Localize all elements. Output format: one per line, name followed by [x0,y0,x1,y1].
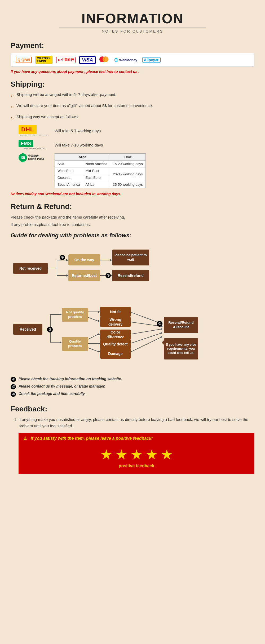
svg-line-40 [130,333,162,344]
svg-marker-37 [161,325,163,327]
china-bank-logo: ⊕ 中国银行 [56,57,76,63]
svg-marker-25 [98,311,100,313]
damage-box: Damage [100,349,131,359]
shipping-title: Shipping: [11,80,254,88]
note-num-1: ① [11,377,16,382]
shipping-bullet-1: ○ Shipping will be arranged within 5- 7 … [11,92,254,100]
flow-note-2: ② Please contact us by message, or trade… [11,384,254,389]
ems-logo-container: EMS SINOTRANS PARCEL [19,140,50,150]
svg-text:③: ③ [48,328,51,331]
svg-line-28 [87,334,98,340]
table-cell: 20-35 working days [110,167,145,181]
table-cell: East Euro [83,174,110,181]
positive-feedback-label: positive feedback [19,464,254,474]
if-you-have-box: If you have any else requirements, you c… [164,338,198,359]
svg-line-26 [87,317,98,321]
table-cell: Africa [83,181,110,188]
flow-notes: ① Please check the tracking information … [11,377,254,397]
note-num-2: ② [11,384,16,389]
page-title: INFORMATION [11,11,254,26]
table-cell: Asia [55,161,83,167]
shipping-notice: Notice:Holiday and Weekend are not inclu… [11,192,254,196]
quality-problem-box: Quality problem [62,337,88,351]
resend-refund-discount-box: Resend/Refund /Discount [164,317,198,333]
chinapost-table: Area Time Asia North America 15-20 worki… [55,153,146,188]
alipay-logo: Alipay≫ [142,57,161,63]
svg-text:②: ② [107,274,110,277]
return-section: Return & Refund: Please check the packag… [11,202,254,397]
table-cell: Oceania [55,174,83,181]
star-2: ★ [115,447,128,463]
svg-marker-41 [161,332,163,334]
svg-text:①: ① [61,256,64,259]
ems-text: Will take 7-10 working days [55,143,103,147]
header-subtitle: NOTES FOR CUSTOMERS [11,29,254,33]
ems-logo: EMS [19,140,33,147]
table-row: West Euro Mid-East 20-35 working days [55,167,146,174]
svg-line-34 [130,312,162,324]
table-row: Asia North America 15-20 working days [55,161,146,167]
chinapost-row: ✉ 中国邮政CHINA POST Area Time Asia North Am… [19,153,254,188]
svg-marker-12 [110,274,112,277]
dhl-logo: DHL [19,125,37,134]
svg-marker-35 [161,323,163,325]
feedback-text-1: If anything make you unsatisfied or angr… [19,417,248,428]
chinapost-logo: ✉ 中国邮政CHINA POST [19,153,50,162]
on-the-way-box: On the way [68,254,100,265]
chinapost-logo-container: ✉ 中国邮政CHINA POST [19,153,50,162]
svg-line-42 [130,337,162,352]
payment-title: Payment: [11,41,254,50]
wrong-delivery-box: Wrong delivery [100,317,131,327]
shipping-bullet-2: ○ We will declare your item as a"gift" v… [11,103,254,111]
shipping-bullets: ○ Shipping will be arranged within 5- 7 … [11,92,254,122]
svg-marker-3 [66,259,68,261]
feedback-list: If anything make you unsatisfied or angr… [11,416,254,429]
flow-note-text-3: Check the package and item carefully. [19,392,86,396]
flow-note-3: ③ Check the package and item carefully. [11,392,254,397]
feedback-highlight: 2. If you satisfy with the item, please … [19,433,254,444]
ems-subtitle: SINOTRANS PARCEL [19,147,50,150]
return-text-1: Please check the package and the items c… [11,214,254,220]
visa-logo: VISA [79,56,96,64]
payment-logos: Q QIWI WESTERNUNION ⊕ 中国银行 VISA 🌐 WebMon… [11,53,254,67]
returned-lost-box: Returned/Lost [68,270,100,281]
bullet-icon-2: ○ [11,103,14,111]
feedback-item-1: If anything make you unsatisfied or angr… [19,416,254,429]
flow-note-text-1: Please check the tracking information on… [19,377,122,381]
dhl-text: Will take 5-7 working days [55,128,101,133]
svg-marker-43 [161,336,163,338]
svg-marker-18 [60,313,62,316]
flowchart: ① ② ③ [11,244,254,371]
table-cell: South America [55,181,83,188]
received-box: Received [13,324,42,335]
chinapost-text: 中国邮政CHINA POST [28,154,44,161]
resend-refund-top-box: Resend/refund [112,270,149,281]
shipping-bullet-text-2: We will declare your item as a"gift" val… [16,103,153,109]
svg-point-7 [60,255,65,260]
table-cell: North America [83,161,110,167]
mastercard-logo [99,56,109,63]
shipping-section: Shipping: ○ Shipping will be arranged wi… [11,80,254,196]
return-text-2: If any problems,please feel free to cont… [11,221,254,228]
not-quality-problem-box: Not quality problem [62,308,88,322]
star-1: ★ [100,447,113,463]
feedback-text-2: If you satisfy with the item, please lea… [31,436,153,441]
table-header-time: Time [110,154,145,161]
table-cell: Mid-East [83,167,110,174]
payment-note: If you have any questions about payment … [11,69,254,74]
svg-marker-33 [98,350,100,353]
dhl-logo-container: DHL WORLDWIDE EXPRESS [19,125,50,136]
star-3: ★ [130,447,143,463]
please-be-patient-box: Please be patient to wait [112,250,149,265]
svg-marker-27 [98,320,100,322]
webmoney-logo: 🌐 WebMoney [113,57,139,63]
star-5: ★ [161,447,173,463]
table-header-area: Area [55,154,110,161]
quality-defect-box: Quality defect [100,339,131,349]
table-cell: 15-20 working days [110,161,145,167]
payment-section: Payment: Q QIWI WESTERNUNION ⊕ 中国银行 VISA… [11,41,254,74]
svg-line-38 [130,329,162,334]
note-num-3: ③ [11,392,16,397]
svg-line-32 [87,348,98,352]
ems-row: EMS SINOTRANS PARCEL Will take 7-10 work… [19,140,254,150]
